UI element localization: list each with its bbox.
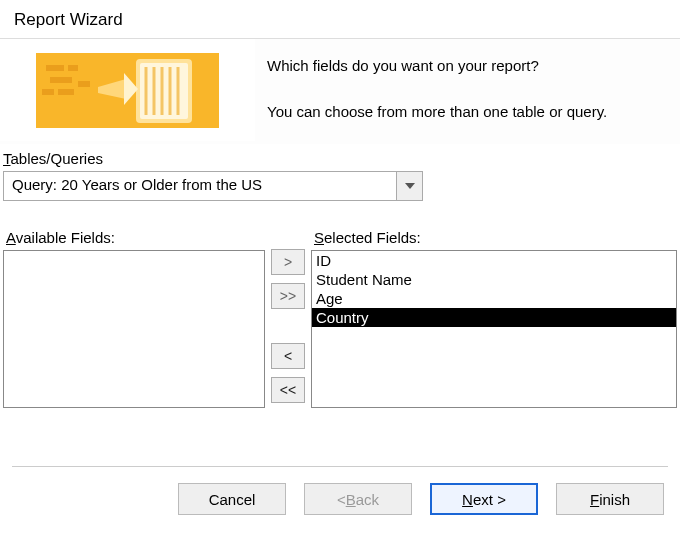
- svg-marker-15: [405, 183, 415, 189]
- remove-all-fields-button[interactable]: <<: [271, 377, 305, 403]
- chevron-down-icon: [405, 183, 415, 189]
- list-item[interactable]: Age: [312, 289, 676, 308]
- back-button[interactable]: < Back: [304, 483, 412, 515]
- finish-button[interactable]: Finish: [556, 483, 664, 515]
- wizard-footer: Cancel < Back Next > Finish: [0, 450, 680, 535]
- add-all-fields-button[interactable]: >>: [271, 283, 305, 309]
- tables-queries-label: Tables/Queries: [3, 150, 680, 167]
- svg-marker-14: [124, 73, 138, 105]
- footer-separator: [12, 466, 668, 467]
- selected-fields-list[interactable]: IDStudent NameAgeCountry: [311, 250, 677, 408]
- svg-rect-11: [58, 89, 74, 95]
- list-item[interactable]: Country: [312, 308, 676, 327]
- cancel-button[interactable]: Cancel: [178, 483, 286, 515]
- wizard-header: Which fields do you want on your report?…: [0, 38, 680, 144]
- wizard-graphic: [0, 39, 255, 141]
- available-fields-label: Available Fields:: [6, 229, 265, 246]
- available-fields-list[interactable]: [3, 250, 265, 408]
- svg-rect-10: [42, 89, 54, 95]
- svg-marker-13: [98, 79, 126, 99]
- prompt-line-2: You can choose from more than one table …: [267, 99, 607, 125]
- prompt-line-1: Which fields do you want on your report?: [267, 53, 607, 79]
- list-item[interactable]: ID: [312, 251, 676, 270]
- svg-rect-8: [68, 65, 78, 71]
- add-field-button[interactable]: >: [271, 249, 305, 275]
- report-wizard-icon: [36, 53, 219, 128]
- selected-fields-label: Selected Fields:: [314, 229, 677, 246]
- svg-rect-12: [78, 81, 90, 87]
- remove-field-button[interactable]: <: [271, 343, 305, 369]
- combo-dropdown-button[interactable]: [396, 172, 422, 200]
- svg-rect-7: [46, 65, 64, 71]
- tables-queries-value: Query: 20 Years or Older from the US: [4, 172, 396, 200]
- svg-rect-9: [50, 77, 72, 83]
- wizard-prompt: Which fields do you want on your report?…: [255, 39, 619, 144]
- window-title: Report Wizard: [0, 0, 680, 38]
- next-button[interactable]: Next >: [430, 483, 538, 515]
- tables-queries-combo[interactable]: Query: 20 Years or Older from the US: [3, 171, 423, 201]
- list-item[interactable]: Student Name: [312, 270, 676, 289]
